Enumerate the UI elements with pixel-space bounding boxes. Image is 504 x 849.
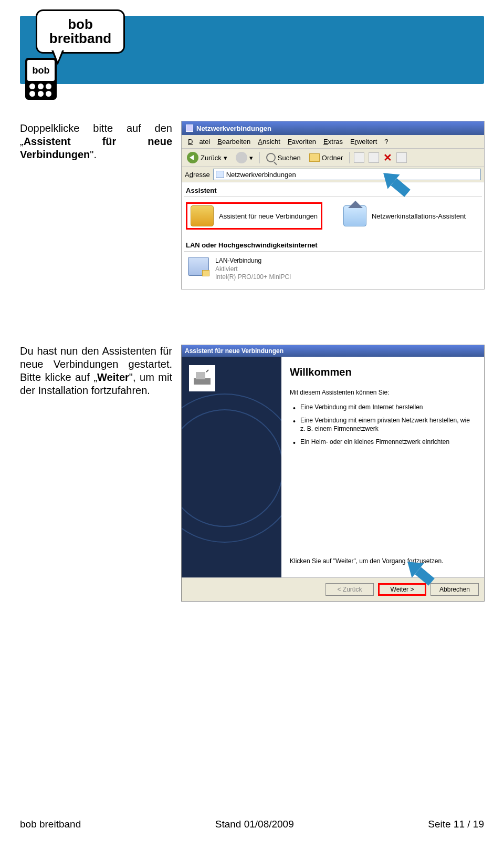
speech-bubble: bob breitband [36,9,125,54]
lan-icon [188,257,209,276]
highlighted-item: Assistent für neue Verbindungen [186,202,322,230]
bubble-tail-inner [53,49,62,61]
window1-toolbar: Zurück ▾ ▾ Suchen Ordner ✕ [182,149,484,167]
new-connection-wizard-item[interactable]: Assistent für neue Verbindungen [219,212,318,220]
menu-erweitert[interactable]: Erweitert [347,137,380,147]
lan-name: LAN-Verbindung [215,257,291,265]
next-button[interactable]: Weiter > [378,583,426,596]
search-icon [266,153,276,162]
wizard-intro: Mit diesem Assistenten können Sie: [290,389,476,397]
address-label: Adresse [185,171,210,179]
phone-keypad [29,84,52,97]
wizard-buttons: < Zurück Weiter > Abbrechen [182,577,484,601]
footer-center: Stand 01/08/2009 [215,819,294,830]
menu-favoriten[interactable]: Favoriten [285,137,319,147]
instruction-2: Du hast nun den Assistenten für neue Ver… [20,345,172,397]
wizard-heading: Willkommen [290,366,476,378]
folders-button[interactable]: Ordner [307,152,345,163]
menu-datei[interactable]: Datei [185,137,213,147]
menu-bearbeiten[interactable]: Bearbeiten [214,137,254,147]
sidebar-modem-icon [189,365,215,391]
window1-icon [186,125,193,132]
separator [259,152,260,163]
address-value: Netzwerkverbindungen [226,171,296,179]
svg-line-2 [206,370,208,372]
back-button[interactable]: Zurück ▾ [185,151,229,164]
forward-button[interactable]: ▾ [234,151,255,164]
lan-device: Intel(R) PRO/100+ MiniPCI [215,273,291,282]
address-box[interactable]: Netzwerkverbindungen [213,169,481,180]
menu-help[interactable]: ? [381,137,391,147]
lan-connection-item[interactable]: LAN-Verbindung Aktiviert Intel(R) PRO/10… [184,255,482,284]
wizard-continue-text: Klicken Sie auf "Weiter", um den Vorgang… [290,557,476,566]
wizard-content: Willkommen Mit diesem Assistenten können… [281,357,484,577]
footer-left: bob breitband [20,819,81,830]
bullet-1: Eine Verbindung mit dem Internet herstel… [293,403,476,412]
menu-extras[interactable]: Extras [320,137,346,147]
network-icon [216,171,224,178]
window1-menubar: Datei Bearbeiten Ansicht Favoriten Extra… [182,135,484,149]
window-wizard: Assistent für neue Verbindungen Willkomm… [181,345,485,602]
window-netzwerkverbindungen: Netzwerkverbindungen Datei Bearbeiten An… [181,121,485,289]
window1-addressbar: Adresse Netzwerkverbindungen [182,167,484,182]
delete-icon[interactable]: ✕ [383,151,392,164]
page-footer: bob breitband Stand 01/08/2009 Seite 11 … [20,819,484,830]
window1-body: Assistent Assistent für neue Verbindunge… [182,182,484,289]
wizard-sidebar [182,357,281,577]
tb-icon3[interactable] [396,152,407,163]
network-install-wizard-item[interactable]: Netzwerkinstallations-Assistent [372,212,466,220]
divider [184,196,482,197]
header-line1: bob [68,17,93,32]
wizard-folder-icon [191,205,214,226]
back-arrow-icon [187,152,198,163]
tb-icon1[interactable] [354,152,364,163]
forward-arrow-icon [236,152,247,163]
house-icon [343,205,366,226]
section-assistent: Assistent [184,183,482,195]
window1-title-text: Netzwerkverbindungen [196,125,271,132]
menu-ansicht[interactable]: Ansicht [255,137,284,147]
lan-status: Aktiviert [215,265,291,274]
search-button[interactable]: Suchen [264,152,303,163]
back-button-wizard: < Zurück [326,583,374,596]
cancel-button[interactable]: Abbrechen [430,583,479,596]
separator [349,152,350,163]
tb-icon2[interactable] [369,152,379,163]
section-lan: LAN oder Hochgeschwindigkeitsinternet [184,238,482,250]
footer-right: Seite 11 / 19 [428,819,484,830]
window1-titlebar: Netzwerkverbindungen [182,121,484,135]
bullet-2: Eine Verbindung mit einem privaten Netzw… [293,417,476,433]
header-line2: breitband [49,32,111,46]
phone-screen-text: bob [27,60,55,81]
bullet-3: Ein Heim- oder ein kleines Firmennetzwer… [293,438,476,447]
svg-rect-1 [196,372,205,379]
divider [184,251,482,252]
instruction-1: Doppelklicke bitte auf den „Assistent fü… [20,122,172,161]
window2-titlebar: Assistent für neue Verbindungen [182,345,484,357]
folder-icon [309,153,320,162]
